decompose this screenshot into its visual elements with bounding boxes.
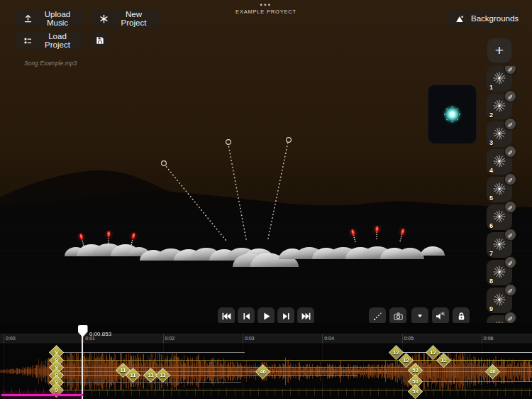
effect-slot-number: 6 <box>489 222 493 229</box>
play-icon <box>261 311 272 322</box>
effect-slot[interactable]: 6 ✎ <box>487 204 512 230</box>
fireworks-show-designer-app: ••• EXAMPLE PROYECT Upload Music New Pro… <box>0 0 532 399</box>
effect-slot[interactable]: 5 ✎ <box>487 177 512 202</box>
effect-slot[interactable]: 8 ✎ <box>487 260 512 285</box>
effect-preview-thumbnail[interactable] <box>428 84 477 144</box>
edit-pencil-icon[interactable]: ✎ <box>505 66 516 74</box>
cue-lane-line <box>62 352 245 353</box>
firework-burst-icon <box>492 292 507 307</box>
chevron-down-icon <box>415 311 425 321</box>
camera-button[interactable] <box>389 307 406 324</box>
edit-pencil-icon[interactable]: ✎ <box>505 119 516 129</box>
trajectory-toggle-button[interactable] <box>369 307 386 324</box>
ruler-tick <box>243 334 243 343</box>
load-project-button[interactable]: Load Project <box>16 31 84 50</box>
step-back-icon <box>241 311 252 322</box>
cue-lane-line <box>62 375 357 376</box>
cue-marker[interactable]: 11 <box>155 367 170 382</box>
firework-burst-icon <box>492 98 507 114</box>
cue-lane-line <box>62 390 532 390</box>
ruler-tick <box>402 334 403 343</box>
save-floppy-icon <box>95 35 105 45</box>
firework-sound-button[interactable] <box>432 307 449 324</box>
skip-end-icon <box>301 311 311 322</box>
ruler-label: 0:06 <box>484 336 494 341</box>
effect-slot[interactable]: 4 ✎ <box>487 149 512 175</box>
load-project-label: Load Project <box>38 32 77 49</box>
edit-pencil-icon[interactable]: ✎ <box>505 285 516 295</box>
cue-lane-line <box>415 381 532 382</box>
cue-marker[interactable]: 53 <box>407 383 422 398</box>
firework-burst-icon <box>492 209 507 224</box>
time-ruler[interactable]: 0:000:010:020:030:040:050:06 <box>0 334 532 344</box>
timeline-panel[interactable]: 0:000:010:020:030:040:050:06 99999911111… <box>0 323 532 399</box>
edit-pencil-icon[interactable]: ✎ <box>505 312 516 323</box>
cue-lane-line <box>62 382 241 383</box>
edit-pencil-icon[interactable]: ✎ <box>505 174 516 185</box>
firework-burst-icon <box>492 153 507 169</box>
playhead-time-label: 0:00.853 <box>89 331 111 337</box>
lock-icon <box>456 311 467 322</box>
backgrounds-label: Backgrounds <box>471 14 519 23</box>
effect-slot-number: 5 <box>489 195 493 202</box>
play-button[interactable] <box>257 307 275 324</box>
step-back-button[interactable] <box>238 307 255 324</box>
firework-sound-icon <box>435 310 446 322</box>
selection-progress-bar <box>1 394 83 396</box>
skip-to-end-button[interactable] <box>297 307 314 324</box>
effect-slot-number: 3 <box>489 139 493 146</box>
view-dropdown-button[interactable] <box>411 307 428 324</box>
cue-marker[interactable]: 46 <box>255 364 270 378</box>
cue-lane-line <box>396 352 532 353</box>
skip-to-start-button[interactable] <box>218 307 235 324</box>
project-menu-dots[interactable]: ••• <box>0 2 532 8</box>
firework-burst-icon <box>492 236 507 252</box>
skip-start-icon <box>221 311 232 322</box>
effect-slot[interactable]: 9 ✎ <box>487 288 512 313</box>
ruler-label: 0:04 <box>324 336 334 341</box>
effect-slot[interactable]: 2 ✎ <box>487 94 512 119</box>
cue-marker[interactable]: 12 <box>436 352 450 367</box>
effect-slot[interactable]: ✎ <box>487 315 512 323</box>
effect-slot-number: 4 <box>489 167 493 174</box>
add-effect-button[interactable]: + <box>487 38 511 62</box>
ruler-label: 0:03 <box>245 336 255 341</box>
effect-slot[interactable]: 7 ✎ <box>487 232 512 258</box>
firework-burst-icon <box>492 181 507 197</box>
ruler-label: 0:00 <box>6 336 16 341</box>
firework-burst-icon <box>492 70 507 86</box>
ruler-tick <box>322 334 323 343</box>
cyan-firework-burst <box>428 85 476 143</box>
camera-icon <box>393 311 404 322</box>
edit-pencil-icon[interactable]: ✎ <box>505 91 516 102</box>
asterisk-icon <box>99 14 109 23</box>
effect-slot-number: 9 <box>489 305 493 312</box>
upload-music-label: Upload Music <box>38 10 77 27</box>
ruler-label: 0:02 <box>165 336 175 341</box>
effect-slot[interactable]: 3 ✎ <box>487 121 512 147</box>
edit-pencil-icon[interactable]: ✎ <box>505 202 516 212</box>
upload-music-button[interactable]: Upload Music <box>16 9 84 28</box>
ruler-tick <box>4 334 4 343</box>
backgrounds-button[interactable]: Backgrounds <box>447 9 517 28</box>
step-forward-button[interactable] <box>277 307 294 324</box>
new-project-button[interactable]: New Project <box>92 9 161 28</box>
cue-marker[interactable]: 11 <box>125 367 140 382</box>
mountain-icon <box>455 13 465 24</box>
effect-slot-number: 2 <box>489 111 493 119</box>
firework-burst-icon <box>492 126 507 141</box>
effect-slot[interactable]: 1 ✎ <box>487 66 512 92</box>
song-filename: Song Example.mp3 <box>24 60 77 67</box>
edit-pencil-icon[interactable]: ✎ <box>505 257 516 268</box>
edit-pencil-icon[interactable]: ✎ <box>505 146 516 157</box>
playhead-line <box>82 327 83 399</box>
effect-slot-number: 8 <box>489 278 493 285</box>
save-project-button[interactable] <box>92 31 109 50</box>
cue-marker[interactable]: 46 <box>484 364 499 378</box>
edit-pencil-icon[interactable]: ✎ <box>505 229 516 240</box>
firework-burst-icon <box>492 264 507 280</box>
ruler-tick <box>163 334 164 343</box>
list-icon <box>23 36 33 45</box>
lock-button[interactable] <box>453 307 470 324</box>
effect-slot-number: 7 <box>489 250 493 257</box>
